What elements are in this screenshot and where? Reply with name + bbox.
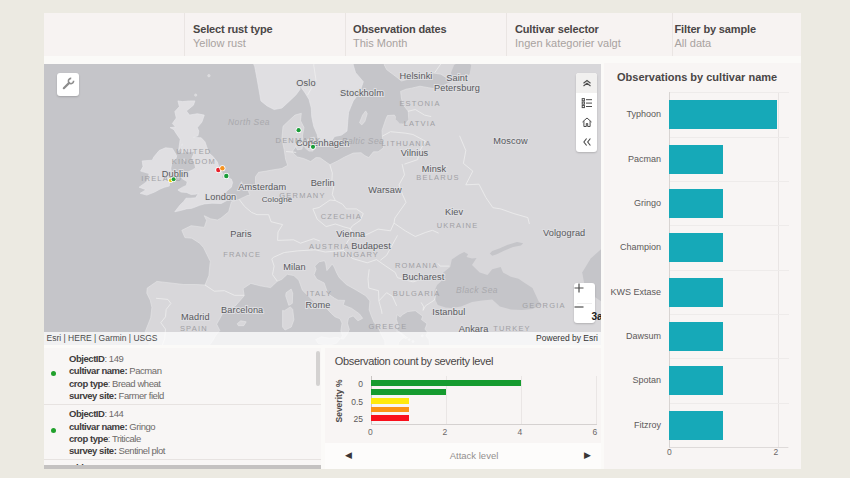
svg-text:LATVIA: LATVIA — [403, 119, 436, 128]
svg-text:UKRAINE: UKRAINE — [436, 221, 478, 230]
svg-text:HUNGARY: HUNGARY — [333, 250, 379, 259]
svg-text:GEORGIA: GEORGIA — [522, 301, 565, 310]
svg-text:LITHUANIA: LITHUANIA — [381, 139, 431, 148]
svg-text:Warsaw: Warsaw — [368, 185, 402, 195]
svg-text:Istanbul: Istanbul — [432, 307, 465, 317]
svg-text:Rome: Rome — [305, 300, 330, 310]
svg-text:Kiev: Kiev — [444, 207, 463, 217]
svg-text:Black Sea: Black Sea — [456, 285, 498, 295]
svg-text:Bucharest: Bucharest — [402, 272, 445, 282]
svg-text:ITALY: ITALY — [306, 289, 332, 298]
svg-text:IRELAND: IRELAND — [141, 174, 182, 183]
svg-text:Berlin: Berlin — [310, 178, 334, 188]
svg-text:Helsinki: Helsinki — [399, 71, 432, 81]
svg-text:Moscow: Moscow — [493, 136, 528, 146]
svg-text:KINGDOM: KINGDOM — [171, 157, 215, 166]
svg-text:Stockholm: Stockholm — [340, 88, 384, 98]
svg-text:GREECE: GREECE — [368, 322, 407, 331]
svg-text:Madrid: Madrid — [180, 312, 209, 322]
svg-text:Baltic Sea: Baltic Sea — [341, 136, 383, 146]
svg-text:Petersburg: Petersburg — [434, 83, 480, 93]
svg-text:BULGARIA: BULGARIA — [392, 289, 440, 298]
svg-text:CZECHIA: CZECHIA — [320, 212, 361, 221]
svg-text:Vienna: Vienna — [336, 229, 366, 239]
svg-text:FRANCE: FRANCE — [223, 250, 261, 259]
svg-text:Milan: Milan — [283, 262, 305, 272]
svg-text:Saint: Saint — [446, 73, 468, 83]
svg-text:ROMANIA: ROMANIA — [394, 261, 437, 270]
svg-text:Volgograd: Volgograd — [543, 228, 585, 238]
svg-text:North Sea: North Sea — [228, 117, 270, 127]
svg-text:London: London — [205, 192, 236, 202]
svg-text:Vilnius: Vilnius — [400, 148, 428, 158]
svg-text:Paris: Paris — [230, 229, 252, 239]
svg-text:GERMANY: GERMANY — [279, 191, 325, 200]
svg-text:ESTONIA: ESTONIA — [399, 99, 440, 108]
svg-text:Oslo: Oslo — [296, 78, 315, 88]
svg-text:Barcelona: Barcelona — [221, 305, 264, 315]
svg-text:DENMARK: DENMARK — [275, 136, 321, 145]
svg-text:BELARUS: BELARUS — [416, 173, 459, 182]
svg-text:Minsk: Minsk — [421, 164, 446, 174]
svg-text:UNITED: UNITED — [176, 147, 211, 156]
